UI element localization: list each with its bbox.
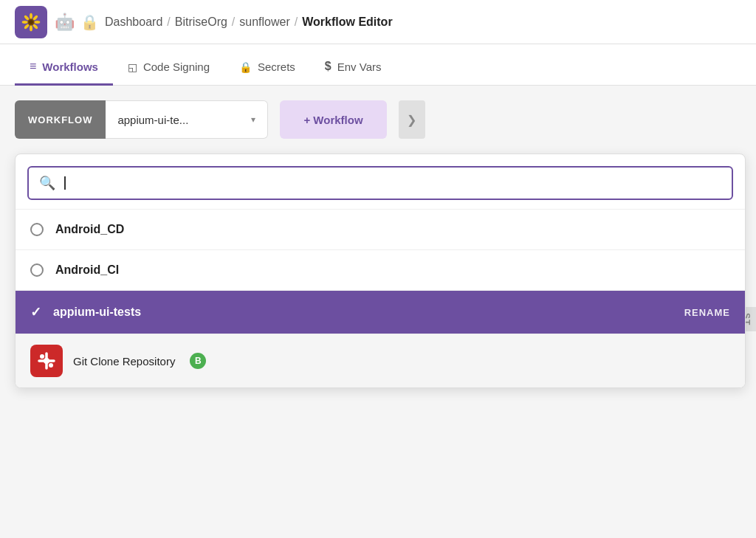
git-clone-icon [30,345,63,377]
app-header: 🤖 🔒 Dashboard / BitriseOrg / sunflower /… [0,0,756,44]
tab-code-signing-label: Code Signing [143,61,210,73]
svg-point-3 [34,21,40,24]
unselected-radio-icon [30,263,44,277]
chevron-down-icon: ▾ [251,114,255,125]
breadcrumb-sep-2: / [232,15,235,29]
breadcrumb-sep-3: / [295,15,298,29]
svg-point-14 [49,363,53,368]
tab-env-vars[interactable]: $ Env Vars [310,60,396,86]
svg-point-10 [29,20,33,24]
list-item-appium-label: appium-ui-tests [53,306,141,319]
breadcrumb-org[interactable]: BitriseOrg [175,15,227,29]
tab-workflows[interactable]: ≡ Workflows [15,60,113,86]
search-icon: 🔍 [39,175,55,191]
search-box[interactable]: 🔍 [27,166,733,200]
breadcrumb: Dashboard / BitriseOrg / sunflower / Wor… [105,15,393,29]
collapse-panel-button[interactable]: ❯ [399,100,425,139]
tab-code-signing[interactable]: ◱ Code Signing [113,61,224,86]
unselected-radio-icon [30,223,44,236]
list-item-android-cd-label: Android_CD [55,223,124,236]
breadcrumb-dashboard[interactable]: Dashboard [105,15,162,29]
breadcrumb-app[interactable]: sunflower [239,15,289,29]
tab-bar: ≡ Workflows ◱ Code Signing 🔒 Secrets $ E… [0,44,756,86]
breadcrumb-current: Workflow Editor [302,15,392,29]
selected-check-icon: ✓ [30,304,41,320]
git-clone-step-label: Git Clone Repository [73,355,175,368]
svg-point-1 [30,13,32,18]
main-content: WORKFLOW appium-ui-te... ▾ + Workflow ❯ … [0,86,756,538]
list-item-android-ci[interactable]: Android_CI [16,250,745,291]
tab-secrets[interactable]: 🔒 Secrets [224,61,310,86]
robot-icon: 🤖 [55,13,75,32]
text-cursor [64,176,66,190]
list-item-appium-ui-tests[interactable]: ✓ appium-ui-tests RENAME [16,291,745,334]
workflow-selector-row: WORKFLOW appium-ui-te... ▾ + Workflow ❯ [15,100,741,139]
code-signing-tab-icon: ◱ [128,61,137,73]
tab-workflows-label: Workflows [42,61,98,73]
breadcrumb-sep-1: / [167,15,170,29]
svg-point-13 [40,354,44,359]
workflow-label: WORKFLOW [15,100,106,139]
workflow-dropdown[interactable]: appium-ui-te... ▾ [106,100,268,139]
workflow-dropdown-panel: 🔍 Android_CD Android_CI ✓ appium-ui-test… [15,154,746,388]
tab-env-vars-label: Env Vars [337,61,382,73]
svg-point-7 [22,21,28,24]
secrets-tab-icon: 🔒 [239,61,252,73]
git-clone-step-row[interactable]: Git Clone Repository B [16,334,745,387]
lock-icon: 🔒 [80,13,99,31]
list-item-android-cd[interactable]: Android_CD [16,210,745,250]
svg-point-5 [30,25,32,31]
env-vars-tab-icon: $ [325,60,331,73]
step-version-badge: B [190,353,206,369]
rename-button[interactable]: RENAME [684,307,730,318]
workflows-tab-icon: ≡ [30,60,36,73]
search-input[interactable] [63,176,66,190]
chevron-right-icon: ❯ [407,113,416,127]
add-workflow-button[interactable]: + Workflow [280,100,386,139]
add-workflow-label: + Workflow [303,114,362,126]
list-item-android-ci-label: Android_CI [55,263,119,277]
search-container: 🔍 [16,154,745,210]
svg-point-12 [44,358,49,364]
tab-secrets-label: Secrets [258,61,295,73]
workflow-selected-value: appium-ui-te... [117,114,188,126]
app-icon[interactable] [15,6,47,38]
